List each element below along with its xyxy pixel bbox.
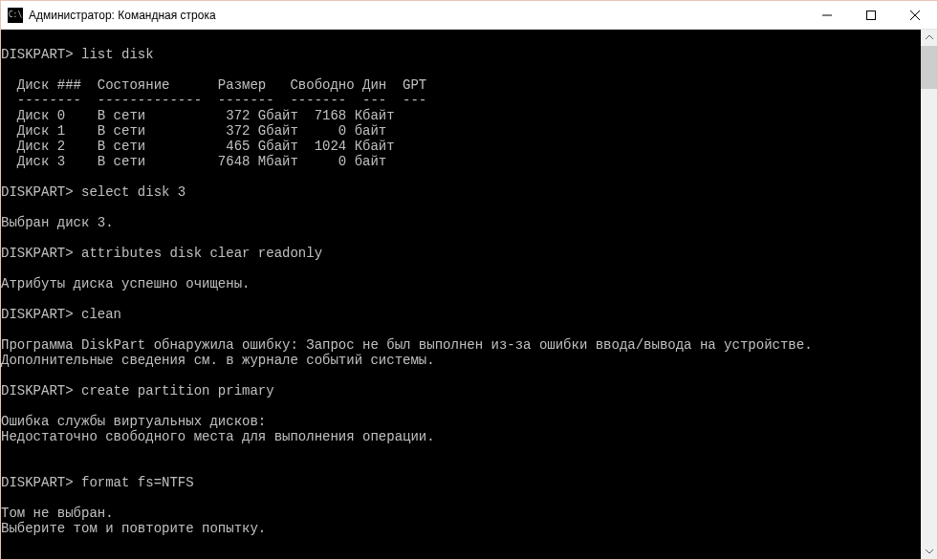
vertical-scrollbar[interactable] <box>921 30 937 559</box>
window-titlebar[interactable]: C:\ Администратор: Командная строка <box>1 1 937 30</box>
maximize-button[interactable] <box>849 1 893 29</box>
maximize-icon <box>866 11 876 20</box>
scroll-up-button[interactable] <box>921 30 937 46</box>
close-button[interactable] <box>893 1 937 29</box>
svg-rect-1 <box>867 11 876 19</box>
terminal-container: DISKPART> list disk Диск ### Состояние Р… <box>1 30 937 559</box>
close-icon <box>910 11 920 20</box>
minimize-button[interactable] <box>805 1 849 29</box>
cmd-icon: C:\ <box>8 8 23 23</box>
scroll-down-button[interactable] <box>921 543 937 559</box>
window-controls <box>805 1 937 29</box>
window-title: Администратор: Командная строка <box>29 9 805 22</box>
chevron-down-icon <box>926 549 933 553</box>
minimize-icon <box>822 11 832 20</box>
chevron-up-icon <box>926 35 933 40</box>
terminal-output[interactable]: DISKPART> list disk Диск ### Состояние Р… <box>1 30 921 559</box>
scroll-thumb[interactable] <box>921 46 937 89</box>
